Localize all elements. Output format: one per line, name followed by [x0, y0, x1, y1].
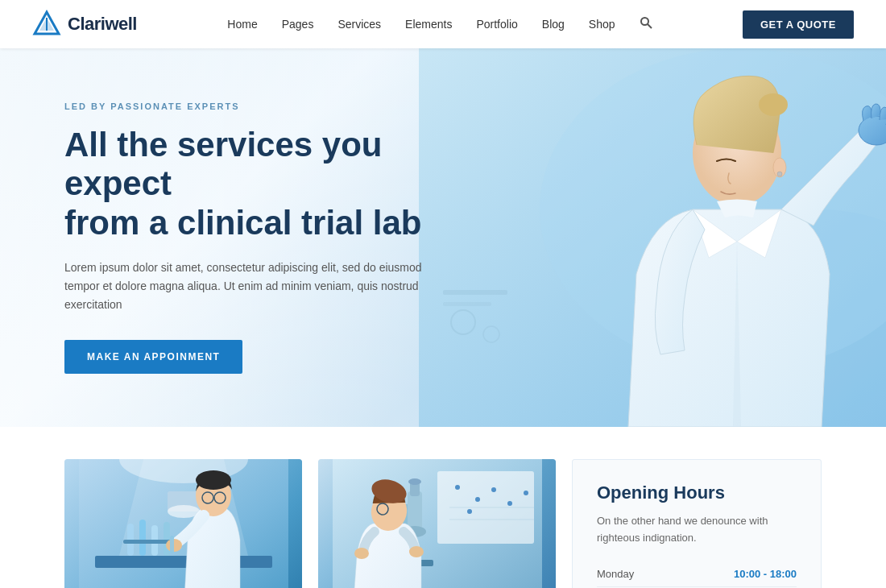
svg-rect-33	[95, 556, 272, 568]
lab-scene-2	[333, 459, 542, 588]
svg-line-4	[648, 24, 652, 28]
hero-description: Lorem ipsum dolor sit amet, consectetur …	[64, 259, 443, 314]
svg-point-68	[354, 548, 369, 559]
opening-hours-desc: On the other hand we denounce with right…	[597, 513, 797, 547]
search-icon[interactable]	[640, 16, 652, 32]
svg-point-24	[759, 93, 788, 116]
lab-image-card-1	[64, 459, 302, 588]
hero-section: LED BY PASSIONATE EXPERTS All the servic…	[0, 48, 886, 427]
appointment-button[interactable]: MAKE AN APPOINMENT	[64, 340, 242, 374]
lab-image-1	[64, 459, 302, 588]
svg-point-54	[467, 509, 472, 514]
svg-rect-60	[408, 491, 422, 532]
hero-title: All the services you expect from a clini…	[64, 126, 451, 242]
svg-point-42	[196, 470, 231, 490]
lab-scene-1	[79, 459, 288, 588]
svg-point-55	[524, 491, 528, 495]
svg-rect-47	[170, 536, 174, 553]
get-quote-button[interactable]: GET A QUOTE	[743, 10, 854, 39]
hours-time: 10:00 - 18:00	[734, 568, 797, 580]
hero-illustration	[419, 48, 886, 427]
hero-subtitle: LED BY PASSIONATE EXPERTS	[64, 101, 451, 111]
lab-image-card-2	[318, 459, 556, 588]
nav-elements[interactable]: Elements	[405, 18, 452, 31]
hero-content: LED BY PASSIONATE EXPERTS All the servic…	[0, 101, 451, 374]
svg-point-62	[408, 478, 421, 485]
nav-shop[interactable]: Shop	[589, 18, 615, 31]
bottom-section: Opening Hours On the other hand we denou…	[0, 427, 886, 588]
svg-point-50	[455, 485, 460, 490]
site-header: Clariwell Home Pages Services Elements P…	[0, 0, 886, 48]
main-nav: Home Pages Services Elements Portfolio B…	[227, 16, 652, 32]
nav-home[interactable]: Home	[227, 18, 257, 31]
svg-rect-37	[164, 522, 170, 556]
opening-hours-title: Opening Hours	[597, 482, 797, 503]
svg-point-3	[641, 18, 648, 25]
svg-point-26	[777, 172, 782, 176]
nav-blog[interactable]: Blog	[542, 18, 565, 31]
nav-services[interactable]: Services	[337, 18, 381, 31]
hero-title-line1: All the services you expect	[64, 126, 383, 202]
hours-day: Monday	[597, 568, 634, 580]
svg-point-53	[507, 501, 512, 506]
hours-row-monday: Monday 10:00 - 18:00	[597, 561, 797, 587]
logo-text: Clariwell	[68, 14, 137, 35]
svg-point-67	[409, 546, 424, 557]
opening-hours-card: Opening Hours On the other hand we denou…	[572, 459, 822, 588]
svg-rect-27	[443, 290, 507, 295]
hero-image	[419, 48, 886, 427]
nav-portfolio[interactable]: Portfolio	[476, 18, 517, 31]
svg-point-51	[475, 497, 480, 502]
svg-rect-35	[139, 520, 146, 556]
nav-pages[interactable]: Pages	[282, 18, 314, 31]
svg-point-52	[491, 487, 496, 492]
logo-icon	[32, 10, 61, 39]
logo[interactable]: Clariwell	[32, 10, 137, 39]
hero-title-line2: from a clinical trial lab	[64, 204, 421, 242]
lab-image-2	[318, 459, 556, 588]
